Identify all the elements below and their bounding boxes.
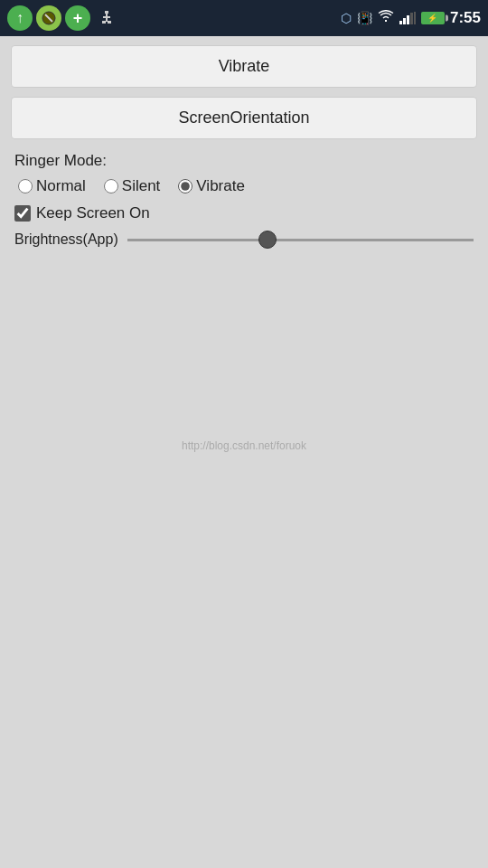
svg-rect-10 [410,13,413,24]
screen-orientation-button-row: ScreenOrientation [11,97,477,139]
keep-screen-on-section: Keep Screen On [11,204,477,222]
radio-normal-label: Normal [36,177,86,195]
radio-vibrate-input[interactable] [178,179,192,193]
brightness-slider[interactable] [127,239,474,241]
vibrate-button[interactable]: Vibrate [11,45,477,88]
status-bar-left-icons: ↑ + [7,5,119,31]
mode-icon [36,5,61,31]
wifi-svg [378,10,394,23]
radio-silent-input[interactable] [104,179,118,193]
brightness-section: Brightness(App) [11,231,477,248]
svg-rect-11 [414,12,416,24]
phone-icon: 📳 [357,11,372,25]
svg-rect-7 [399,21,402,24]
brightness-row: Brightness(App) [14,231,474,248]
radio-normal[interactable]: Normal [18,177,86,195]
watermark: http://blog.csdn.net/foruok [182,439,306,452]
battery-icon: ⚡ [421,12,445,24]
svg-rect-6 [108,21,111,24]
status-time: 7:55 [450,9,481,27]
radio-vibrate[interactable]: Vibrate [178,177,245,195]
svg-rect-5 [102,21,106,24]
bluetooth-icon: ⬡ [341,11,352,25]
keep-screen-on-checkbox[interactable] [14,205,31,222]
radio-silent[interactable]: Silent [104,177,161,195]
wifi-icon [378,10,394,26]
radio-normal-input[interactable] [18,179,33,193]
status-bar: ↑ + ⬡ 📳 [0,0,488,36]
usb-svg [98,9,116,27]
upload-icon: ↑ [7,5,33,31]
svg-rect-2 [105,11,108,14]
bug-svg [41,10,57,26]
status-bar-right-icons: ⬡ 📳 ⚡ 7:55 [341,9,481,27]
radio-silent-label: Silent [122,177,161,195]
ringer-mode-section: Ringer Mode: Normal Silent Vibrate [11,152,477,195]
usb-icon [94,5,119,31]
svg-rect-9 [407,15,409,24]
radio-vibrate-label: Vibrate [196,177,245,195]
main-content: Vibrate ScreenOrientation Ringer Mode: N… [0,45,488,248]
screen-orientation-button[interactable]: ScreenOrientation [11,97,477,139]
keep-screen-on-label: Keep Screen On [36,204,150,222]
add-icon: + [65,5,90,31]
keep-screen-on-row[interactable]: Keep Screen On [14,204,474,222]
signal-icon [399,12,416,24]
svg-rect-8 [403,18,406,24]
ringer-mode-label: Ringer Mode: [14,152,477,170]
vibrate-button-row: Vibrate [11,45,477,88]
ringer-mode-radio-group: Normal Silent Vibrate [18,177,477,195]
brightness-label: Brightness(App) [14,231,118,248]
